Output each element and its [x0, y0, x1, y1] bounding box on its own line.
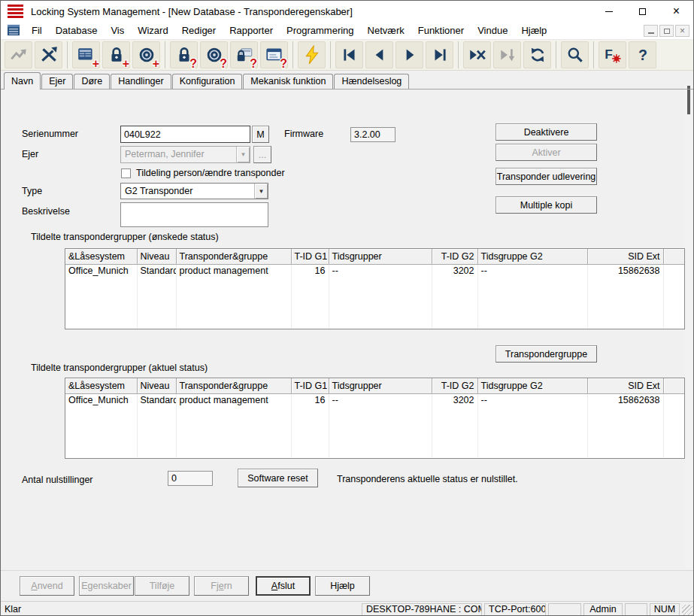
mdi-restore-button[interactable]	[659, 25, 674, 37]
empty-row	[65, 419, 684, 432]
minimize-button[interactable]	[592, 1, 626, 22]
help-button[interactable]: Hjælp	[315, 576, 370, 596]
column-header[interactable]: Tidsgruppe G2	[477, 249, 587, 264]
menu-fil[interactable]: Fil	[25, 22, 49, 39]
tab-mekanisk-funktion[interactable]: Mekanisk funktion	[243, 74, 333, 89]
vertical-scrollbar[interactable]	[685, 83, 692, 569]
search-button[interactable]	[561, 41, 589, 68]
tab-ejer[interactable]: Ejer	[41, 74, 73, 89]
column-header[interactable]: Tidsgrupper	[329, 378, 432, 393]
table-cell[interactable]	[663, 264, 684, 277]
table-cell[interactable]: 15862638	[587, 264, 663, 277]
resize-grip[interactable]	[682, 605, 692, 616]
assign-person-checkbox[interactable]	[121, 168, 131, 178]
table-cell[interactable]: 15862638	[587, 393, 663, 406]
mdi-restore-icon	[664, 29, 670, 34]
new-locking-system-button[interactable]: +	[72, 41, 100, 68]
filter-options-button[interactable]: F	[599, 41, 626, 68]
table-row[interactable]: Office_MunichStandardproduct management1…	[65, 264, 684, 277]
table-cell[interactable]: 3202	[432, 393, 477, 406]
table-cell[interactable]	[663, 393, 684, 406]
menu-vis[interactable]: Vis	[104, 22, 131, 39]
tab-handlinger[interactable]: Handlinger	[111, 74, 171, 89]
menu-funktioner[interactable]: Funktioner	[411, 22, 471, 39]
transponder-group-button[interactable]: Transpondergruppe	[495, 345, 597, 363]
exit-button[interactable]: Afslut	[256, 576, 311, 596]
new-lock-button[interactable]: +	[102, 41, 130, 68]
column-header[interactable]: SID Ext	[587, 249, 663, 264]
menu-programmering[interactable]: Programmering	[280, 22, 361, 39]
column-header[interactable]	[663, 378, 684, 393]
nav-last-button[interactable]	[426, 41, 453, 68]
read-lock-button[interactable]: ?	[170, 41, 198, 68]
table-cell[interactable]: 3202	[432, 264, 477, 277]
table-cell[interactable]: product management	[176, 393, 291, 406]
plus-badge-icon: +	[92, 57, 99, 71]
type-select[interactable]: G2 Transponder ▼	[120, 183, 268, 199]
column-header[interactable]	[663, 249, 684, 264]
table-cell[interactable]: product management	[176, 264, 291, 277]
menu-database[interactable]: Database	[49, 22, 105, 39]
m-button[interactable]: M	[252, 126, 269, 143]
column-header[interactable]: T-ID G2	[432, 378, 477, 393]
refresh-button[interactable]	[523, 41, 551, 68]
table-cell[interactable]: Office_Munich	[65, 264, 137, 277]
mdi-close-button[interactable]: ×	[675, 25, 689, 37]
column-header[interactable]: &Låsesystem	[65, 249, 137, 264]
menu-rediger[interactable]: Rediger	[175, 22, 223, 39]
column-header[interactable]: Transponder&gruppe	[176, 378, 291, 393]
column-header[interactable]: T-ID G1	[291, 249, 329, 264]
menu-hj-lp[interactable]: Hjælp	[514, 22, 553, 39]
read-lock-data-button[interactable]: ?	[230, 41, 258, 68]
column-header[interactable]: T-ID G1	[291, 378, 329, 393]
question-badge-icon: ?	[250, 57, 257, 71]
tab-doere[interactable]: Døre	[74, 74, 110, 89]
table-cell[interactable]: 16	[291, 393, 329, 406]
tab-konfiguration[interactable]: Konfiguration	[172, 74, 243, 89]
column-header[interactable]: SID Ext	[587, 378, 663, 393]
menu-vindue[interactable]: Vindue	[471, 22, 514, 39]
column-header[interactable]: Tidsgrupper	[329, 249, 432, 264]
new-transponder-button[interactable]: +	[132, 41, 160, 68]
tab-navn[interactable]: Navn	[4, 72, 41, 90]
column-header[interactable]: Niveau	[137, 378, 176, 393]
transponder-handout-button[interactable]: Transponder udlevering	[495, 168, 597, 185]
multiple-copy-button[interactable]: Multiple kopi	[495, 196, 597, 214]
menu-wizard[interactable]: Wizard	[131, 22, 174, 39]
table-cell[interactable]: Standard	[137, 264, 176, 277]
software-reset-button[interactable]: Software reset	[238, 469, 318, 487]
scrollbar-thumb[interactable]	[687, 86, 690, 114]
read-window-button[interactable]: ?	[260, 41, 288, 68]
table-cell[interactable]: --	[329, 393, 432, 406]
column-header[interactable]: &Låsesystem	[65, 378, 137, 393]
close-button[interactable]: ×	[659, 1, 693, 22]
disconnect-button[interactable]	[35, 41, 62, 68]
table-cell[interactable]: Office_Munich	[65, 393, 137, 406]
table-cell[interactable]: --	[477, 264, 587, 277]
menu-netv-rk[interactable]: Netværk	[361, 22, 411, 39]
table-row[interactable]: Office_MunichStandardproduct management1…	[65, 393, 684, 406]
table-cell[interactable]: --	[477, 393, 587, 406]
table-cell[interactable]: Standard	[137, 393, 176, 406]
column-header[interactable]: Tidsgruppe G2	[477, 378, 587, 393]
column-header[interactable]: Niveau	[137, 249, 176, 264]
description-input[interactable]	[120, 202, 268, 227]
serial-number-input[interactable]	[120, 126, 250, 143]
nav-next-button[interactable]	[395, 41, 423, 68]
column-header[interactable]: T-ID G2	[432, 249, 477, 264]
column-header[interactable]: Transponder&gruppe	[176, 249, 291, 264]
maximize-button[interactable]	[626, 1, 659, 22]
menu-rapporter[interactable]: Rapporter	[223, 22, 280, 39]
tab-haendelseslog[interactable]: Hændelseslog	[334, 74, 409, 89]
table-cell[interactable]: --	[329, 264, 432, 277]
mdi-minimize-button[interactable]	[644, 25, 658, 37]
nav-first-button[interactable]	[335, 41, 363, 68]
table-cell[interactable]: 16	[291, 264, 329, 277]
read-transponder-button[interactable]: ?	[200, 41, 228, 68]
nav-prev-button[interactable]	[365, 41, 393, 68]
program-button[interactable]	[298, 41, 326, 68]
minimize-icon	[605, 11, 613, 12]
help-button[interactable]: ?	[629, 41, 656, 68]
nav-skip-x-button[interactable]	[463, 41, 491, 68]
deactivate-button[interactable]: Deaktivere	[495, 123, 597, 141]
